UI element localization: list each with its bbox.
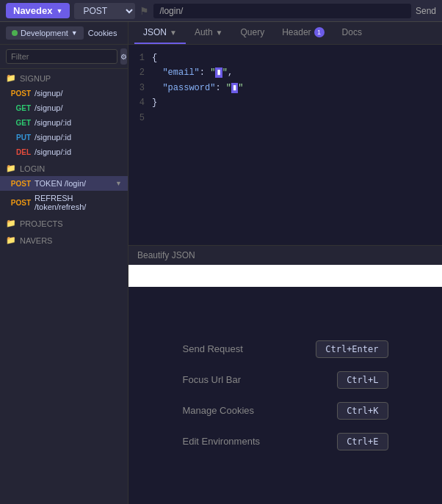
tab-auth-label: Auth (195, 27, 213, 37)
tab-query[interactable]: Query (232, 22, 274, 44)
tab-json-chevron: ▼ (170, 29, 177, 37)
shortcut-key-send: Ctrl+Enter (316, 340, 388, 358)
section-label-login: LOGIN (20, 164, 45, 173)
tab-header-label: Header (282, 27, 311, 37)
filter-input[interactable] (6, 49, 117, 64)
beautify-button[interactable]: Beautify JSON (137, 250, 195, 260)
section-label-signup: SIGNUP (20, 74, 51, 83)
nav-item-get-signup[interactable]: GET /signup/ (0, 101, 128, 115)
method-badge-post: POST (10, 199, 31, 207)
main-layout: Development ▼ Cookies ⚙ 📁 SIGNUP POST /s… (0, 22, 442, 504)
shortcut-row-focus-url: Focus Url Bar Ctrl+L (183, 371, 388, 389)
tabs-bar: JSON ▼ Auth ▼ Query Header 1 Docs (128, 22, 442, 45)
section-signup: 📁 SIGNUP POST /signup/ GET /signup/ GET … (0, 69, 128, 159)
sidebar-top: Development ▼ Cookies (0, 22, 128, 45)
nav-item-path: /signup/ (35, 103, 63, 112)
sidebar: Development ▼ Cookies ⚙ 📁 SIGNUP POST /s… (0, 22, 128, 504)
tab-auth[interactable]: Auth ▼ (186, 22, 232, 44)
environment-button[interactable]: Development ▼ (6, 26, 84, 40)
section-header-navers[interactable]: 📁 NAVERS (0, 231, 128, 248)
shortcut-row-environments: Edit Environments Ctrl+E (183, 433, 388, 450)
shortcut-row-send: Send Request Ctrl+Enter (183, 340, 388, 358)
tab-query-label: Query (241, 27, 265, 37)
nav-item-get-signup-id[interactable]: GET /signup/:id (0, 115, 128, 130)
nav-item-path: /signup/:id (35, 133, 71, 142)
method-badge-del: DEL (10, 148, 31, 156)
method-badge-put: PUT (10, 134, 31, 142)
nav-item-path: TOKEN /login/ (35, 179, 86, 188)
cookies-button[interactable]: Cookies (88, 29, 117, 37)
tab-docs[interactable]: Docs (333, 22, 371, 44)
section-label-navers: NAVERS (20, 236, 52, 245)
app-title-text: Navedex (13, 5, 52, 16)
shortcut-key-cookies: Ctrl+K (337, 402, 388, 420)
tab-docs-label: Docs (342, 27, 362, 37)
section-projects: 📁 PROJECTS (0, 214, 128, 231)
tab-auth-chevron: ▼ (216, 29, 223, 37)
section-label-projects: PROJECTS (20, 219, 63, 228)
editor-area[interactable]: 1 { 2 "email": "▮", 3 "password": "▮" 4 … (128, 45, 442, 245)
method-badge-post: POST (10, 90, 31, 98)
divider-icon: ⚑ (140, 5, 149, 17)
chevron-down-icon: ▼ (115, 180, 122, 187)
app-title[interactable]: Navedex ▼ (6, 3, 70, 18)
editor-line-5: 5 (134, 111, 436, 125)
shortcut-key-environments: Ctrl+E (337, 433, 388, 450)
method-select[interactable]: POST GET PUT DELETE (74, 3, 135, 19)
tab-header[interactable]: Header 1 (273, 22, 333, 44)
folder-icon: 📁 (6, 235, 16, 245)
editor-line-2: 2 "email": "▮", (134, 65, 436, 80)
tab-json-label: JSON (143, 27, 167, 37)
top-bar: Navedex ▼ POST GET PUT DELETE ⚑ Send (0, 0, 442, 22)
shortcuts-overlay: Send Request Ctrl+Enter Focus Url Bar Ct… (128, 287, 442, 505)
editor-line-4: 4 } (134, 95, 436, 110)
env-label: Development (21, 29, 68, 37)
bottom-bar: Beautify JSON (128, 245, 442, 265)
section-header-signup[interactable]: 📁 SIGNUP (0, 69, 128, 86)
content-area: JSON ▼ Auth ▼ Query Header 1 Docs 1 { (128, 22, 442, 504)
send-button[interactable]: Send (416, 6, 436, 16)
tab-header-badge: 1 (314, 27, 325, 37)
method-badge-get: GET (10, 119, 31, 127)
nav-item-path: /signup/:id (35, 118, 71, 127)
nav-item-path: /signup/:id (35, 147, 71, 156)
url-input[interactable] (153, 4, 411, 18)
method-badge-post: POST (10, 180, 31, 188)
nav-item-del-signup-id[interactable]: DEL /signup/:id (0, 145, 128, 159)
shortcut-key-focus-url: Ctrl+L (337, 371, 388, 389)
shortcut-label-focus-url: Focus Url Bar (183, 374, 241, 385)
nav-item-post-token-login[interactable]: POST TOKEN /login/ ▼ (0, 176, 128, 191)
shortcut-row-cookies: Manage Cookies Ctrl+K (183, 402, 388, 420)
tab-json[interactable]: JSON ▼ (134, 22, 186, 44)
filter-settings-button[interactable]: ⚙ (120, 48, 127, 65)
nav-item-put-signup-id[interactable]: PUT /signup/:id (0, 130, 128, 145)
env-status-dot (12, 30, 18, 36)
folder-icon: 📁 (6, 73, 16, 83)
filter-row: ⚙ (0, 45, 128, 69)
shortcut-label-cookies: Manage Cookies (183, 405, 255, 416)
section-navers: 📁 NAVERS (0, 231, 128, 248)
section-login: 📁 LOGIN POST TOKEN /login/ ▼ POST REFRES… (0, 159, 128, 214)
nav-item-post-token-refresh[interactable]: POST REFRESH /token/refresh/ (0, 191, 128, 214)
folder-icon: 📁 (6, 164, 16, 173)
shortcut-label-environments: Edit Environments (183, 436, 261, 447)
shortcut-label-send: Send Request (183, 343, 243, 354)
method-badge-get: GET (10, 104, 31, 112)
response-area (128, 265, 442, 287)
nav-item-post-signup[interactable]: POST /signup/ (0, 86, 128, 101)
chevron-down-icon: ▼ (56, 7, 62, 15)
section-header-projects[interactable]: 📁 PROJECTS (0, 214, 128, 231)
env-chevron-icon: ▼ (71, 29, 78, 37)
editor-line-1: 1 { (134, 51, 436, 65)
nav-item-path: REFRESH /token/refresh/ (35, 194, 122, 211)
editor-line-3: 3 "password": "▮" (134, 81, 436, 95)
folder-icon: 📁 (6, 219, 16, 228)
nav-item-path: /signup/ (35, 89, 63, 98)
section-header-login[interactable]: 📁 LOGIN (0, 159, 128, 176)
